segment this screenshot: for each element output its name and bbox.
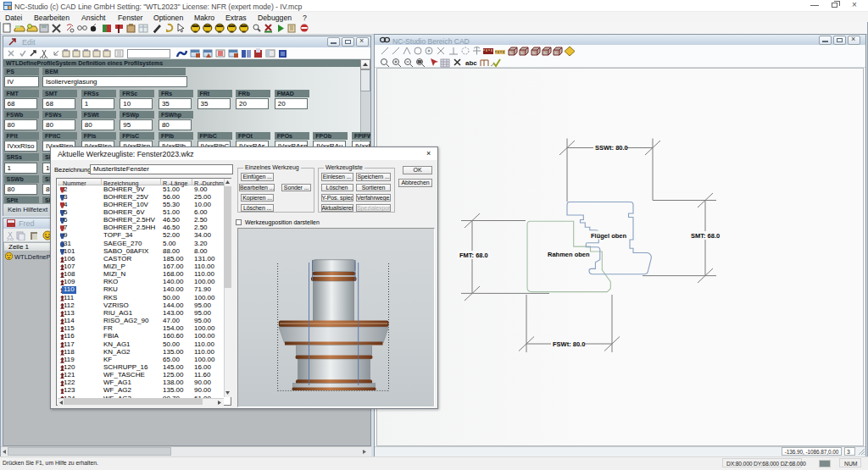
svg-text:SMT: 68.0: SMT: 68.0 [691, 232, 720, 240]
svg-text:FMT: 68.0: FMT: 68.0 [459, 252, 488, 259]
svg-text:Flügel oben: Flügel oben [591, 232, 627, 240]
svg-text:SSWt: 80.0: SSWt: 80.0 [595, 144, 628, 152]
svg-text:Rahmen oben: Rahmen oben [548, 251, 590, 258]
svg-text:FSWt: 80.0: FSWt: 80.0 [553, 340, 585, 348]
svg-text:abc: abc [465, 59, 477, 67]
